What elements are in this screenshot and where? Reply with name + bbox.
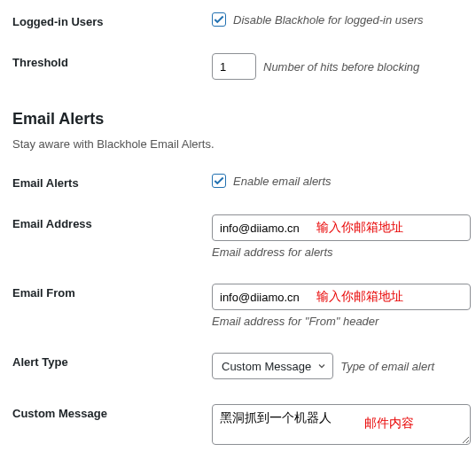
annotation-email-from: 输入你邮箱地址	[316, 289, 403, 305]
row-email-from: Email From 输入你邮箱地址 Email address for "Fr…	[0, 271, 476, 340]
row-alert-type: Alert Type Custom Message Type of email …	[0, 340, 476, 392]
chevron-down-icon	[316, 361, 327, 371]
checkbox-logged-in-users[interactable]	[212, 12, 226, 27]
helper-email-address: Email address for alerts	[212, 245, 476, 259]
desc-alert-type: Type of email alert	[340, 360, 434, 373]
label-custom-message: Custom Message	[12, 404, 212, 420]
checkbox-label-email-alerts: Enable email alerts	[233, 175, 332, 188]
check-icon	[213, 13, 225, 26]
row-email-alerts: Email Alerts Enable email alerts	[0, 161, 476, 202]
checkbox-label-logged-in-users: Disable Blackhole for logged-in users	[233, 13, 424, 27]
label-threshold: Threshold	[12, 53, 212, 69]
label-email-alerts: Email Alerts	[12, 174, 212, 190]
section-heading-email-alerts: Email Alerts	[0, 92, 476, 132]
select-alert-type-value: Custom Message	[222, 360, 311, 373]
label-alert-type: Alert Type	[12, 353, 212, 369]
annotation-email-address: 输入你邮箱地址	[316, 220, 403, 236]
check-icon	[213, 175, 225, 187]
row-logged-in-users: Logged-in Users Disable Blackhole for lo…	[0, 0, 476, 41]
row-custom-message: Custom Message 邮件内容	[0, 392, 476, 457]
select-alert-type[interactable]: Custom Message	[212, 353, 333, 379]
section-desc-email-alerts: Stay aware with Blackhole Email Alerts.	[0, 132, 476, 161]
annotation-custom-message: 邮件内容	[364, 416, 414, 432]
desc-threshold: Number of hits before blocking	[263, 60, 419, 74]
checkbox-email-alerts[interactable]	[212, 174, 226, 188]
input-threshold[interactable]	[212, 53, 256, 80]
row-threshold: Threshold Number of hits before blocking	[0, 41, 476, 92]
textarea-custom-message[interactable]	[212, 404, 471, 445]
helper-email-from: Email address for "From" header	[212, 315, 476, 328]
label-email-address: Email Address	[12, 214, 212, 230]
label-email-from: Email From	[12, 284, 212, 300]
row-email-address: Email Address 输入你邮箱地址 Email address for …	[0, 202, 476, 271]
label-logged-in-users: Logged-in Users	[12, 12, 212, 28]
